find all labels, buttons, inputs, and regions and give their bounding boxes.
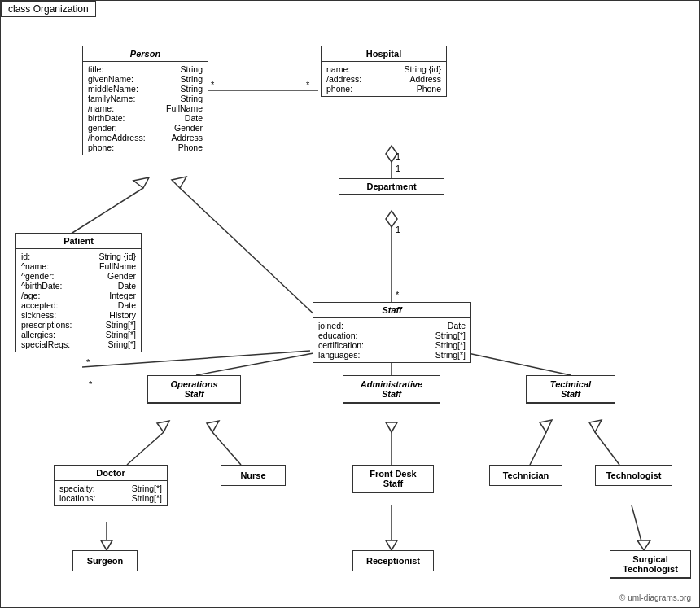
svg-text:*: * xyxy=(396,290,400,300)
svg-line-23 xyxy=(212,432,241,465)
class-front-desk-name: Front DeskStaff xyxy=(353,466,433,492)
svg-line-37 xyxy=(82,351,310,367)
class-admin-staff: AdministrativeStaff xyxy=(343,375,440,404)
class-doctor: Doctor specialty:String[*] locations:Str… xyxy=(54,465,168,506)
svg-line-27 xyxy=(530,432,546,465)
svg-text:1: 1 xyxy=(396,164,400,173)
svg-marker-8 xyxy=(386,211,397,227)
svg-marker-22 xyxy=(157,421,169,432)
svg-marker-26 xyxy=(386,422,397,432)
class-tech-staff-name: TechnicalStaff xyxy=(527,376,615,403)
class-person-attrs: title:String givenName:String middleName… xyxy=(83,62,208,155)
svg-line-29 xyxy=(595,432,619,465)
svg-marker-24 xyxy=(207,421,219,432)
svg-line-21 xyxy=(127,432,164,465)
diagram-title: class Organization xyxy=(1,1,96,17)
copyright-text: © uml-diagrams.org xyxy=(619,593,691,602)
svg-text:*: * xyxy=(86,357,90,367)
svg-marker-4 xyxy=(386,146,397,162)
class-doctor-attrs: specialty:String[*] locations:String[*] xyxy=(55,481,167,505)
svg-marker-14 xyxy=(172,177,186,188)
class-patient-attrs: id:String {id} ^name:FullName ^gender:Ge… xyxy=(16,249,141,352)
class-technician: Technician xyxy=(489,465,562,486)
class-staff: Staff joined:Date education:String[*] ce… xyxy=(313,302,471,363)
svg-line-11 xyxy=(66,188,143,237)
svg-text:*: * xyxy=(211,80,215,90)
class-person: Person title:String givenName:String mid… xyxy=(82,46,208,155)
class-doctor-name: Doctor xyxy=(55,466,167,481)
class-patient-name: Patient xyxy=(16,234,141,249)
svg-marker-32 xyxy=(101,540,112,550)
class-surgical-tech-name: SurgicalTechnologist xyxy=(610,551,690,578)
class-department: Department xyxy=(339,178,444,195)
class-surgeon: Surgeon xyxy=(72,550,138,571)
svg-text:*: * xyxy=(306,80,310,90)
class-technical-staff: TechnicalStaff xyxy=(526,375,615,404)
class-nurse: Nurse xyxy=(221,465,286,486)
class-person-name: Person xyxy=(83,46,208,62)
class-patient: Patient id:String {id} ^name:FullName ^g… xyxy=(15,233,142,352)
class-surgical-tech: SurgicalTechnologist xyxy=(610,550,691,579)
class-department-name: Department xyxy=(339,179,444,195)
class-admin-staff-name: AdministrativeStaff xyxy=(343,376,440,403)
svg-marker-34 xyxy=(386,540,397,550)
class-hospital-name: Hospital xyxy=(322,46,446,62)
svg-text:*: * xyxy=(89,379,93,389)
svg-marker-12 xyxy=(133,177,149,188)
diagram-container: class Organization * * 1 1 1 * xyxy=(0,0,700,608)
class-hospital-attrs: name:String {id} /address:Address phone:… xyxy=(322,62,446,96)
svg-line-19 xyxy=(457,351,571,375)
svg-text:1: 1 xyxy=(396,225,400,234)
svg-marker-30 xyxy=(589,420,602,432)
class-front-desk: Front DeskStaff xyxy=(352,465,434,493)
class-staff-attrs: joined:Date education:String[*] certific… xyxy=(313,318,470,362)
svg-line-35 xyxy=(632,505,644,550)
svg-text:1: 1 xyxy=(396,151,400,161)
class-technologist: Technologist xyxy=(595,465,672,486)
class-receptionist: Receptionist xyxy=(352,550,434,571)
svg-marker-28 xyxy=(540,420,552,432)
class-ops-staff-name: OperationsStaff xyxy=(148,376,240,403)
svg-marker-36 xyxy=(637,540,650,550)
class-staff-name: Staff xyxy=(313,303,470,318)
class-hospital: Hospital name:String {id} /address:Addre… xyxy=(321,46,447,97)
svg-line-15 xyxy=(196,351,326,375)
class-operations-staff: OperationsStaff xyxy=(147,375,241,404)
svg-line-13 xyxy=(180,188,318,318)
